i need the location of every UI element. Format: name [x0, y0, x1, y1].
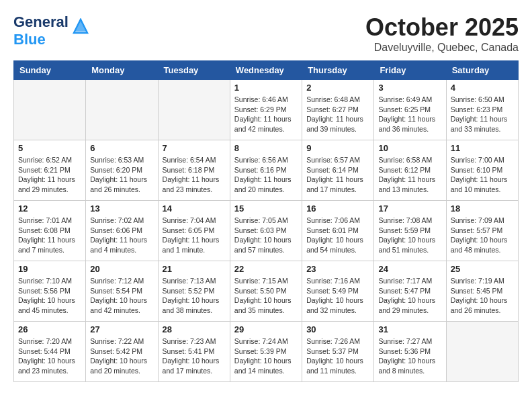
calendar-cell: 8Sunrise: 6:56 AM Sunset: 6:16 PM Daylig…	[230, 140, 302, 201]
day-info: Sunrise: 7:24 AM Sunset: 5:39 PM Dayligh…	[234, 336, 298, 376]
calendar-cell: 21Sunrise: 7:13 AM Sunset: 5:52 PM Dayli…	[158, 261, 230, 322]
day-number: 24	[378, 264, 441, 274]
day-info: Sunrise: 7:06 AM Sunset: 6:01 PM Dayligh…	[306, 216, 369, 255]
day-number: 8	[234, 143, 298, 153]
calendar-cell: 9Sunrise: 6:57 AM Sunset: 6:14 PM Daylig…	[302, 140, 374, 201]
day-number: 20	[90, 264, 153, 274]
calendar-cell: 2Sunrise: 6:48 AM Sunset: 6:27 PM Daylig…	[302, 80, 374, 140]
logo-blue: Blue	[13, 31, 46, 48]
logo-general: General	[13, 13, 69, 30]
day-number: 2	[306, 83, 369, 93]
day-info: Sunrise: 7:09 AM Sunset: 5:57 PM Dayligh…	[451, 216, 514, 255]
day-info: Sunrise: 7:19 AM Sunset: 5:45 PM Dayligh…	[451, 276, 514, 316]
week-row-4: 19Sunrise: 7:10 AM Sunset: 5:56 PM Dayli…	[14, 261, 519, 322]
weekday-header-wednesday: Wednesday	[230, 61, 302, 80]
day-number: 22	[234, 264, 298, 274]
day-number: 28	[163, 324, 226, 334]
day-number: 11	[451, 143, 514, 153]
calendar-cell: 4Sunrise: 6:50 AM Sunset: 6:23 PM Daylig…	[446, 80, 518, 140]
calendar-cell	[86, 80, 158, 140]
day-number: 27	[90, 324, 153, 334]
calendar-table: SundayMondayTuesdayWednesdayThursdayFrid…	[13, 60, 519, 382]
day-number: 26	[18, 324, 81, 334]
calendar-cell: 30Sunrise: 7:26 AM Sunset: 5:37 PM Dayli…	[302, 322, 374, 382]
calendar-cell: 22Sunrise: 7:15 AM Sunset: 5:50 PM Dayli…	[230, 261, 302, 322]
day-number: 4	[451, 83, 514, 93]
day-info: Sunrise: 7:05 AM Sunset: 6:03 PM Dayligh…	[234, 216, 298, 255]
week-row-1: 1Sunrise: 6:46 AM Sunset: 6:29 PM Daylig…	[14, 80, 519, 140]
calendar-cell: 27Sunrise: 7:22 AM Sunset: 5:42 PM Dayli…	[86, 322, 158, 382]
day-info: Sunrise: 6:58 AM Sunset: 6:12 PM Dayligh…	[378, 155, 441, 195]
day-info: Sunrise: 6:49 AM Sunset: 6:25 PM Dayligh…	[378, 95, 441, 134]
location-subtitle: Daveluyville, Quebec, Canada	[365, 42, 519, 54]
day-info: Sunrise: 7:16 AM Sunset: 5:49 PM Dayligh…	[306, 276, 369, 316]
calendar-cell	[446, 322, 518, 382]
day-number: 17	[378, 203, 441, 214]
calendar-cell: 28Sunrise: 7:23 AM Sunset: 5:41 PM Dayli…	[158, 322, 230, 382]
day-number: 14	[163, 203, 226, 214]
calendar-cell	[14, 80, 86, 140]
weekday-header-tuesday: Tuesday	[158, 61, 230, 80]
title-section: October 2025 Daveluyville, Quebec, Canad…	[365, 13, 519, 54]
calendar-cell: 14Sunrise: 7:04 AM Sunset: 6:05 PM Dayli…	[158, 201, 230, 261]
week-row-5: 26Sunrise: 7:20 AM Sunset: 5:44 PM Dayli…	[14, 322, 519, 382]
day-info: Sunrise: 7:12 AM Sunset: 5:54 PM Dayligh…	[90, 276, 153, 316]
day-number: 1	[234, 83, 298, 93]
weekday-header-sunday: Sunday	[14, 61, 86, 80]
day-info: Sunrise: 6:52 AM Sunset: 6:21 PM Dayligh…	[18, 155, 81, 195]
calendar-cell: 18Sunrise: 7:09 AM Sunset: 5:57 PM Dayli…	[446, 201, 518, 261]
day-info: Sunrise: 6:53 AM Sunset: 6:20 PM Dayligh…	[90, 155, 153, 195]
day-number: 29	[234, 324, 298, 334]
day-info: Sunrise: 6:56 AM Sunset: 6:16 PM Dayligh…	[234, 155, 298, 195]
calendar-cell: 7Sunrise: 6:54 AM Sunset: 6:18 PM Daylig…	[158, 140, 230, 201]
day-info: Sunrise: 6:48 AM Sunset: 6:27 PM Dayligh…	[306, 95, 369, 134]
day-info: Sunrise: 7:10 AM Sunset: 5:56 PM Dayligh…	[18, 276, 81, 316]
calendar-cell: 17Sunrise: 7:08 AM Sunset: 5:59 PM Dayli…	[374, 201, 446, 261]
day-number: 3	[378, 83, 441, 93]
day-info: Sunrise: 7:08 AM Sunset: 5:59 PM Dayligh…	[378, 216, 441, 255]
day-info: Sunrise: 6:50 AM Sunset: 6:23 PM Dayligh…	[451, 95, 514, 134]
day-info: Sunrise: 7:27 AM Sunset: 5:36 PM Dayligh…	[378, 336, 441, 376]
day-number: 7	[163, 143, 226, 153]
day-info: Sunrise: 7:17 AM Sunset: 5:47 PM Dayligh…	[378, 276, 441, 316]
weekday-header-monday: Monday	[86, 61, 158, 80]
month-title: October 2025	[365, 13, 519, 42]
day-number: 9	[306, 143, 369, 153]
day-number: 21	[163, 264, 226, 274]
day-info: Sunrise: 6:57 AM Sunset: 6:14 PM Dayligh…	[306, 155, 369, 195]
calendar-cell: 15Sunrise: 7:05 AM Sunset: 6:03 PM Dayli…	[230, 201, 302, 261]
day-info: Sunrise: 6:46 AM Sunset: 6:29 PM Dayligh…	[234, 95, 298, 134]
day-info: Sunrise: 7:26 AM Sunset: 5:37 PM Dayligh…	[306, 336, 369, 376]
day-info: Sunrise: 7:01 AM Sunset: 6:08 PM Dayligh…	[18, 216, 81, 255]
weekday-header-thursday: Thursday	[302, 61, 374, 80]
day-number: 23	[306, 264, 369, 274]
day-number: 12	[18, 203, 81, 214]
calendar-cell: 1Sunrise: 6:46 AM Sunset: 6:29 PM Daylig…	[230, 80, 302, 140]
calendar-cell: 3Sunrise: 6:49 AM Sunset: 6:25 PM Daylig…	[374, 80, 446, 140]
day-info: Sunrise: 7:04 AM Sunset: 6:05 PM Dayligh…	[163, 216, 226, 255]
calendar-cell: 29Sunrise: 7:24 AM Sunset: 5:39 PM Dayli…	[230, 322, 302, 382]
calendar-cell: 11Sunrise: 7:00 AM Sunset: 6:10 PM Dayli…	[446, 140, 518, 201]
day-number: 25	[451, 264, 514, 274]
page-header: General Blue October 2025 Daveluyville, …	[13, 13, 519, 54]
calendar-cell	[158, 80, 230, 140]
calendar-cell: 24Sunrise: 7:17 AM Sunset: 5:47 PM Dayli…	[374, 261, 446, 322]
logo-arrow-icon	[73, 18, 89, 34]
day-info: Sunrise: 7:02 AM Sunset: 6:06 PM Dayligh…	[90, 216, 153, 255]
calendar-cell: 25Sunrise: 7:19 AM Sunset: 5:45 PM Dayli…	[446, 261, 518, 322]
day-info: Sunrise: 7:23 AM Sunset: 5:41 PM Dayligh…	[163, 336, 226, 376]
day-info: Sunrise: 6:54 AM Sunset: 6:18 PM Dayligh…	[163, 155, 226, 195]
day-number: 30	[306, 324, 369, 334]
calendar-cell: 20Sunrise: 7:12 AM Sunset: 5:54 PM Dayli…	[86, 261, 158, 322]
day-info: Sunrise: 7:13 AM Sunset: 5:52 PM Dayligh…	[163, 276, 226, 316]
calendar-cell: 19Sunrise: 7:10 AM Sunset: 5:56 PM Dayli…	[14, 261, 86, 322]
weekday-header-friday: Friday	[374, 61, 446, 80]
calendar-cell: 31Sunrise: 7:27 AM Sunset: 5:36 PM Dayli…	[374, 322, 446, 382]
day-number: 16	[306, 203, 369, 214]
day-number: 5	[18, 143, 81, 153]
weekday-header-row: SundayMondayTuesdayWednesdayThursdayFrid…	[14, 61, 519, 80]
calendar-cell: 26Sunrise: 7:20 AM Sunset: 5:44 PM Dayli…	[14, 322, 86, 382]
calendar-cell: 12Sunrise: 7:01 AM Sunset: 6:08 PM Dayli…	[14, 201, 86, 261]
calendar-cell: 23Sunrise: 7:16 AM Sunset: 5:49 PM Dayli…	[302, 261, 374, 322]
day-number: 10	[378, 143, 441, 153]
